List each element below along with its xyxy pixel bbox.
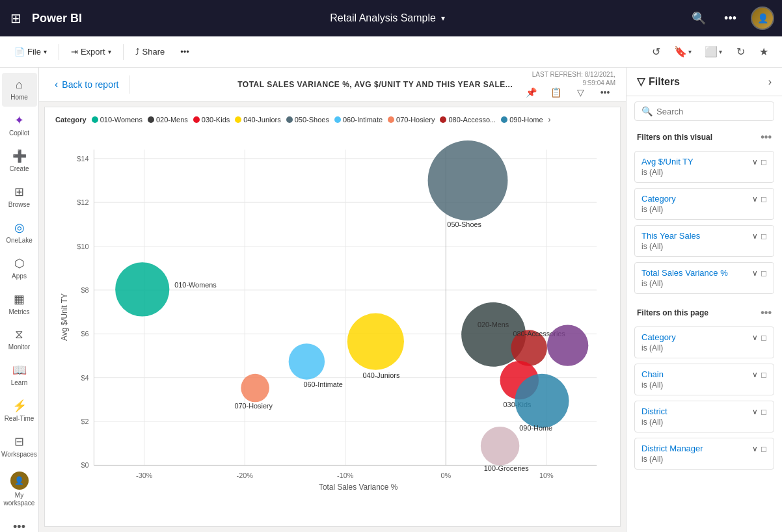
favorite-button[interactable]: ★ <box>753 42 774 62</box>
main-content: ⌂ Home ✦ Copilot ➕ Create ⊞ Browse ◎ One… <box>0 68 782 532</box>
legend-dot-mens <box>148 116 154 123</box>
filter-page-cat-chevron[interactable]: ∨ <box>752 333 758 342</box>
filter-page-dist-chevron[interactable]: ∨ <box>752 407 758 416</box>
legend-dot-womens <box>92 116 98 123</box>
filter-page-dm-clear[interactable]: ◻ <box>761 444 767 453</box>
settings-button[interactable]: ••• <box>720 9 740 28</box>
filter-page-cat-clear[interactable]: ◻ <box>761 333 767 342</box>
filter-chevron-tsv[interactable]: ∨ <box>752 269 758 278</box>
filter-icon[interactable]: ▽ <box>570 82 591 103</box>
y-tick-14: $14 <box>77 155 88 163</box>
home-icon: ⌂ <box>16 78 23 92</box>
filter-page-dist-name: District <box>641 406 667 416</box>
bubble-groceries[interactable] <box>481 427 519 465</box>
page-filters-more-icon[interactable]: ••• <box>761 307 772 319</box>
title-chevron-icon[interactable]: ▾ <box>441 14 445 23</box>
bubble-juniors[interactable] <box>347 313 404 370</box>
filter-item-this-year-sales[interactable]: This Year Sales ∨ ◻ is (All) <box>634 225 774 257</box>
file-button[interactable]: 📄 File ▾ <box>8 44 53 59</box>
view-button[interactable]: ⬜ ▾ <box>699 43 727 60</box>
sidebar-item-home[interactable]: ⌂ Home <box>2 73 37 107</box>
visual-filters-more-icon[interactable]: ••• <box>761 131 772 143</box>
more-visual-icon[interactable]: ••• <box>595 82 615 103</box>
sidebar-item-browse[interactable]: ⊞ Browse <box>2 180 37 214</box>
sidebar-item-more[interactable]: ••• <box>2 515 37 532</box>
sidebar-item-monitor[interactable]: ⧖ Monitor <box>2 323 37 356</box>
copy-icon[interactable]: 📋 <box>545 82 566 103</box>
bubble-womens[interactable] <box>115 262 169 316</box>
filter-clear-category[interactable]: ◻ <box>761 194 767 204</box>
legend-text-womens: 010-Womens <box>100 116 142 124</box>
filters-header: ▽ Filters › <box>627 68 782 96</box>
sidebar-item-metrics[interactable]: ▦ Metrics <box>2 287 37 321</box>
filter-search-input[interactable] <box>656 107 767 116</box>
sidebar-item-learn[interactable]: 📖 Learn <box>2 358 37 392</box>
sidebar-item-apps[interactable]: ⬡ Apps <box>2 251 37 286</box>
file-icon: 📄 <box>14 47 25 57</box>
filter-page-chain[interactable]: Chain ∨ ◻ is (All) <box>634 364 774 395</box>
bubble-purple[interactable] <box>547 325 588 366</box>
filter-item-total-sales-variance[interactable]: Total Sales Variance % ∨ ◻ is (All) <box>634 262 774 294</box>
bubble-shoes[interactable] <box>428 140 508 220</box>
report-area: ‹ Back to report TOTAL SALES VARIANCE %,… <box>39 68 626 532</box>
page-filters-section: Filters on this page ••• <box>627 302 782 324</box>
bubble-intimate[interactable] <box>289 343 325 379</box>
filter-chevron-category[interactable]: ∨ <box>752 194 758 204</box>
bubble-hosiery[interactable] <box>241 374 269 403</box>
filter-clear-avg[interactable]: ◻ <box>761 157 767 166</box>
sidebar-item-workspaces[interactable]: ⊟ Workspaces <box>2 429 37 464</box>
filter-page-chain-clear[interactable]: ◻ <box>761 370 767 379</box>
legend-item-mens: 020-Mens <box>148 116 188 124</box>
share-button[interactable]: ⤴ Share <box>129 44 172 59</box>
legend-next-arrow[interactable]: › <box>548 115 551 124</box>
pin-icon[interactable]: 📌 <box>520 82 541 103</box>
legend-item-accessories: 080-Accesso... <box>440 116 496 124</box>
filter-chevron-tys[interactable]: ∨ <box>752 232 758 241</box>
search-button[interactable]: 🔍 <box>688 8 710 28</box>
user-avatar[interactable]: 👤 <box>751 7 774 30</box>
filter-page-district[interactable]: District ∨ ◻ is (All) <box>634 401 774 432</box>
sidebar-item-onelake[interactable]: ◎ OneLake <box>2 215 37 250</box>
legend-text-mens: 020-Mens <box>156 116 188 124</box>
filters-expand-icon[interactable]: › <box>768 76 772 88</box>
sidebar-item-create[interactable]: ➕ Create <box>2 144 37 178</box>
y-tick-12: $12 <box>77 198 88 206</box>
focus-header: ‹ Back to report TOTAL SALES VARIANCE %,… <box>39 68 626 101</box>
more-options-button[interactable]: ••• <box>174 44 196 59</box>
filter-clear-tsv[interactable]: ◻ <box>761 269 767 278</box>
filter-page-dist-clear[interactable]: ◻ <box>761 407 767 416</box>
filter-page-category[interactable]: Category ∨ ◻ is (All) <box>634 326 774 358</box>
filter-chevron-avg[interactable]: ∨ <box>752 157 758 166</box>
filter-item-category[interactable]: Category ∨ ◻ is (All) <box>634 188 774 220</box>
legend-item-juniors: 040-Juniors <box>235 116 280 124</box>
grid-icon[interactable]: ⊞ <box>8 8 24 29</box>
y-axis-title: Avg $/Unit TY <box>60 293 69 341</box>
filter-page-chain-chevron[interactable]: ∨ <box>752 370 758 379</box>
workspace-avatar: 👤 <box>10 472 29 490</box>
bookmark-button[interactable]: 🔖 ▾ <box>669 43 697 60</box>
refresh-button[interactable]: ↻ <box>730 42 751 62</box>
sidebar-item-copilot[interactable]: ✦ Copilot <box>2 108 37 142</box>
undo-button[interactable]: ↺ <box>645 42 666 62</box>
filter-page-dist-value: is (All) <box>641 418 767 427</box>
filter-page-dm-chevron[interactable]: ∨ <box>752 444 758 453</box>
filter-value-tsv: is (All) <box>641 279 767 288</box>
bubble-home[interactable] <box>515 374 569 428</box>
sidebar-item-workspace[interactable]: 👤 My workspace <box>2 466 37 512</box>
filter-clear-tys[interactable]: ◻ <box>761 232 767 241</box>
y-tick-6: $6 <box>81 330 88 338</box>
onelake-icon: ◎ <box>14 220 25 235</box>
y-tick-0: $0 <box>81 461 88 469</box>
export-chevron-icon: ▾ <box>108 48 111 55</box>
filter-page-dm-controls: ∨ ◻ <box>752 444 767 453</box>
filter-page-district-manager[interactable]: District Manager ∨ ◻ is (All) <box>634 438 774 470</box>
sidebar-item-realtime[interactable]: ⚡ Real-Time <box>2 393 37 428</box>
more-icon: ••• <box>13 520 25 532</box>
legend-text-intimate: 060-Intimate <box>343 116 383 124</box>
export-button[interactable]: ⇥ Export ▾ <box>64 44 118 59</box>
filter-item-avg-unit-ty[interactable]: Avg $/Unit TY ∨ ◻ is (All) <box>634 151 774 183</box>
search-box[interactable]: 🔍 <box>634 101 774 121</box>
legend-dot-juniors <box>235 116 241 123</box>
export-icon: ⇥ <box>71 47 78 57</box>
back-to-report-button[interactable]: ‹ Back to report <box>49 76 124 93</box>
